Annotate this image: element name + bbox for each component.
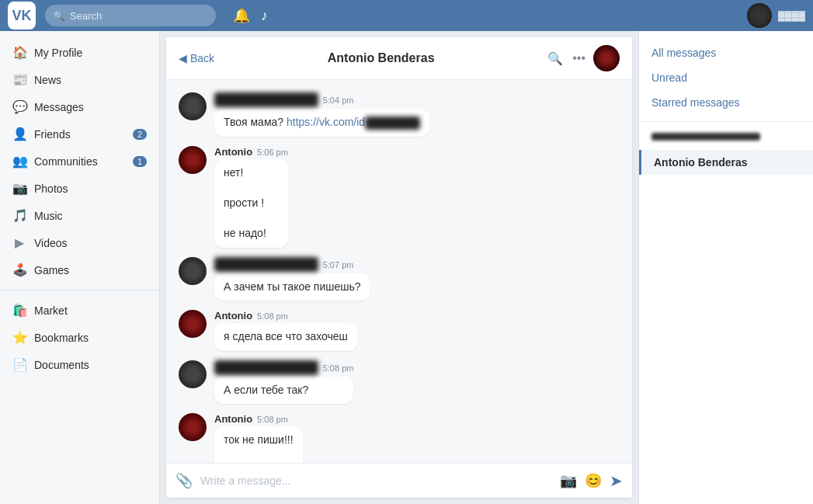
- sidebar-item-communities[interactable]: 👥 Communities 1: [0, 148, 159, 175]
- message-link[interactable]: https://vk.com/id████: [287, 116, 420, 128]
- chat-header: ◀ Back Antonio Benderas 🔍 •••: [166, 37, 632, 80]
- sidebar-item-bookmarks[interactable]: ⭐ Bookmarks: [0, 324, 159, 351]
- search-chat-icon[interactable]: 🔍: [547, 51, 563, 66]
- search-input[interactable]: [70, 10, 208, 22]
- messages-icon: 💬: [12, 99, 26, 114]
- emoji-icon[interactable]: 😊: [585, 472, 602, 489]
- back-arrow-icon: ◀: [179, 52, 187, 64]
- user-avatar[interactable]: [747, 3, 772, 28]
- music-nav-icon: 🎵: [12, 208, 26, 223]
- sidebar-item-news[interactable]: 📰 News: [0, 66, 159, 93]
- sender-name-blurred: ████████: [214, 92, 318, 107]
- notifications-icon[interactable]: 🔔: [233, 7, 250, 24]
- message-bubble: А зачем ты такое пишешь?: [214, 273, 370, 301]
- sidebar-label-music: Music: [34, 210, 63, 222]
- table-row: Antonio 5:08 pm ток не пиши!!!прасти: [179, 413, 620, 463]
- contact-blurred-name: [651, 133, 760, 141]
- avatar: [179, 360, 207, 388]
- right-panel-divider: [639, 121, 813, 122]
- all-messages-link[interactable]: All messages: [639, 40, 813, 65]
- search-icon: 🔍: [53, 10, 65, 22]
- sidebar-label-news: News: [34, 74, 61, 86]
- sidebar-label-profile: My Profile: [34, 47, 82, 59]
- attach-icon[interactable]: 📎: [175, 472, 193, 489]
- message-bubble: нет!прости !не надо!: [214, 159, 288, 248]
- message-time: 5:08 pm: [323, 363, 354, 373]
- sidebar-label-bookmarks: Bookmarks: [34, 332, 89, 344]
- message-bubble: А если тебе так?: [214, 377, 353, 405]
- message-time: 5:04 pm: [323, 96, 354, 105]
- message-bubble: Твоя мама? https://vk.com/id████: [214, 109, 429, 137]
- sidebar-item-friends[interactable]: 👤 Friends 2: [0, 120, 159, 148]
- message-input[interactable]: [200, 474, 552, 487]
- sidebar-label-photos: Photos: [34, 182, 68, 195]
- message-content: Antonio 5:06 pm нет!прости !не надо!: [214, 146, 288, 248]
- topbar: VK 🔍 🔔 ♪ ▓▓▓▓: [0, 0, 813, 31]
- user-name-blurred: ▓▓▓▓: [778, 10, 805, 21]
- message-time: 5:07 pm: [323, 260, 354, 269]
- music-icon[interactable]: ♪: [261, 8, 268, 24]
- table-row: ████████ 5:08 pm А если тебе так?: [179, 360, 620, 405]
- sidebar-item-photos[interactable]: 📷 Photos: [0, 175, 159, 202]
- message-bubble: ток не пиши!!!прасти: [214, 426, 303, 463]
- message-time: 5:06 pm: [257, 148, 288, 157]
- right-panel: All messages Unread Starred messages Ant…: [638, 31, 813, 504]
- input-icons: 📷 😊: [560, 472, 602, 489]
- home-icon: 🏠: [12, 45, 26, 60]
- send-button[interactable]: ➤: [610, 471, 623, 490]
- starred-messages-link[interactable]: Starred messages: [639, 90, 813, 115]
- chat-contact-name: Antonio Benderas: [222, 51, 540, 65]
- sidebar-item-videos[interactable]: ▶ Videos: [0, 229, 159, 256]
- sidebar-label-documents: Documents: [34, 359, 89, 371]
- sidebar: 🏠 My Profile 📰 News 💬 Messages 👤 Friends…: [0, 31, 160, 504]
- message-time: 5:08 pm: [257, 311, 288, 321]
- sidebar-label-communities: Communities: [34, 155, 98, 168]
- games-icon: 🕹️: [12, 262, 26, 277]
- chat-header-icons: 🔍 •••: [547, 51, 585, 66]
- avatar: [179, 310, 207, 338]
- messages-area: ████████ 5:04 pm Твоя мама? https://vk.c…: [166, 80, 632, 463]
- sidebar-item-games[interactable]: 🕹️ Games: [0, 256, 159, 283]
- avatar: [179, 92, 207, 120]
- chat-input-area: 📎 📷 😊 ➤: [166, 463, 632, 498]
- back-button[interactable]: ◀ Back: [179, 52, 214, 64]
- vk-logo[interactable]: VK: [8, 2, 36, 30]
- avatar: [179, 146, 207, 174]
- sender-name: Antonio: [214, 310, 252, 322]
- sender-name-blurred: ████████: [214, 360, 318, 375]
- avatar: [179, 413, 207, 441]
- sidebar-item-messages[interactable]: 💬 Messages: [0, 93, 159, 120]
- unread-link[interactable]: Unread: [639, 65, 813, 90]
- message-content: ████████ 5:07 pm А зачем ты такое пишешь…: [214, 257, 370, 301]
- chat-contact-avatar[interactable]: [593, 45, 620, 71]
- sender-name-blurred: ████████: [214, 257, 318, 272]
- avatar: [179, 257, 207, 285]
- sidebar-item-documents[interactable]: 📄 Documents: [0, 351, 159, 378]
- communities-badge: 1: [133, 156, 147, 167]
- bookmarks-icon: ⭐: [12, 330, 26, 345]
- table-row: ████████ 5:04 pm Твоя мама? https://vk.c…: [179, 92, 620, 137]
- message-content: ████████ 5:04 pm Твоя мама? https://vk.c…: [214, 92, 429, 137]
- sidebar-label-videos: Videos: [34, 237, 68, 249]
- documents-icon: 📄: [12, 357, 26, 372]
- friends-icon: 👤: [12, 127, 26, 141]
- sidebar-item-market[interactable]: 🛍️ Market: [0, 297, 159, 324]
- videos-icon: ▶: [12, 235, 26, 250]
- friends-badge: 2: [133, 129, 147, 140]
- camera-icon[interactable]: 📷: [560, 472, 577, 489]
- main-layout: 🏠 My Profile 📰 News 💬 Messages 👤 Friends…: [0, 31, 813, 504]
- active-contact[interactable]: Antonio Benderas: [639, 150, 813, 175]
- message-bubble: я сдела все что захочеш: [214, 323, 357, 351]
- message-content: Antonio 5:08 pm я сдела все что захочеш: [214, 310, 357, 351]
- sender-name: Antonio: [214, 146, 252, 158]
- sidebar-item-music[interactable]: 🎵 Music: [0, 202, 159, 229]
- sidebar-label-games: Games: [34, 264, 69, 276]
- search-bar[interactable]: 🔍: [45, 5, 216, 26]
- contact-blurred-entry: [639, 128, 813, 150]
- sidebar-label-friends: Friends: [34, 128, 71, 141]
- topbar-right: ▓▓▓▓: [747, 3, 805, 28]
- sidebar-item-profile[interactable]: 🏠 My Profile: [0, 39, 159, 66]
- sidebar-label-messages: Messages: [34, 101, 84, 113]
- more-options-icon[interactable]: •••: [572, 51, 585, 65]
- back-label: Back: [190, 52, 214, 64]
